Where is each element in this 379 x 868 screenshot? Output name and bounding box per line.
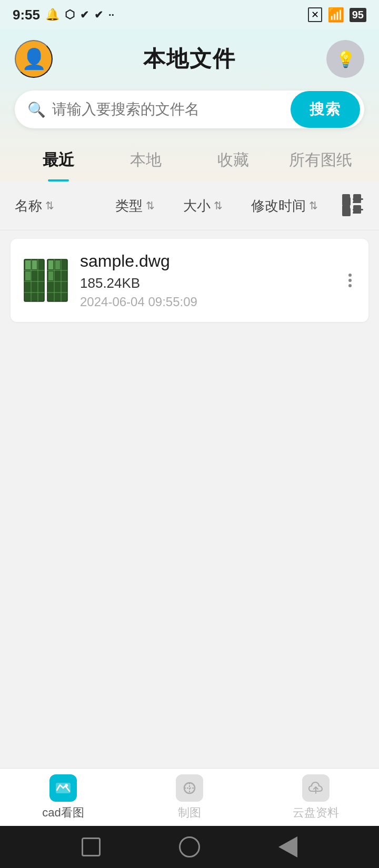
status-time: 9:55 🔔 ⬡ ✔ ✔ ·· [13, 7, 114, 23]
wifi-icon: 📶 [327, 7, 344, 23]
sort-name-icon: ⇅ [45, 199, 54, 212]
dot-3 [348, 284, 352, 287]
col-type-header[interactable]: 类型 ⇅ [115, 197, 183, 215]
search-button[interactable]: 搜索 [291, 91, 360, 128]
svg-rect-8 [342, 208, 351, 216]
dot-1 [348, 274, 352, 277]
empty-space [0, 552, 379, 768]
svg-rect-5 [342, 197, 351, 206]
dots-icon: ·· [108, 9, 114, 21]
nav-item-cloud[interactable]: 云盘资料 [253, 769, 379, 826]
file-info: sample.dwg 185.24KB 2024-06-04 09:55:09 [80, 251, 334, 309]
android-nav [0, 826, 379, 868]
content-area: 名称 ⇅ 类型 ⇅ 大小 ⇅ 修改时间 ⇅ [0, 181, 379, 552]
svg-rect-26 [48, 260, 53, 269]
col-size-header[interactable]: 大小 ⇅ [183, 197, 251, 215]
column-headers: 名称 ⇅ 类型 ⇅ 大小 ⇅ 修改时间 ⇅ [0, 181, 379, 230]
col-date-header[interactable]: 修改时间 ⇅ [251, 197, 341, 215]
nav-label-draw: 制图 [178, 805, 201, 821]
tabs: 最近 本地 收藏 所有图纸 [15, 141, 364, 181]
sort-date-icon: ⇅ [309, 199, 318, 212]
file-thumbnail [23, 257, 69, 304]
file-more-button[interactable] [344, 269, 356, 291]
search-input[interactable] [52, 101, 291, 118]
tab-recent[interactable]: 最近 [15, 141, 102, 181]
settings-icon: 💡 [336, 50, 355, 68]
check-icon: ✔ [80, 8, 89, 21]
status-bar: 9:55 🔔 ⬡ ✔ ✔ ·· ✕ 📶 95 [0, 0, 379, 29]
nav-label-cad: cad看图 [42, 805, 84, 821]
dot-2 [348, 279, 352, 282]
search-bar: 🔍 搜索 [15, 90, 364, 128]
nav-item-cad[interactable]: cad看图 [0, 769, 126, 826]
svg-rect-28 [48, 271, 53, 280]
file-list: sample.dwg 185.24KB 2024-06-04 09:55:09 [0, 230, 379, 337]
avatar-button[interactable]: 👤 [15, 40, 53, 78]
header: 👤 本地文件 💡 🔍 搜索 最近 本地 收藏 所有图纸 [0, 29, 379, 181]
file-name: sample.dwg [80, 251, 334, 271]
header-top: 👤 本地文件 💡 [15, 40, 364, 78]
android-home-button[interactable] [179, 836, 200, 857]
svg-rect-10 [353, 212, 361, 214]
svg-rect-18 [32, 260, 37, 269]
tab-local[interactable]: 本地 [102, 141, 190, 181]
check2-icon: ✔ [94, 8, 103, 21]
cloud-icon: ⬡ [65, 8, 75, 22]
status-right: ✕ 📶 95 [308, 7, 366, 23]
svg-rect-19 [25, 271, 31, 280]
sort-type-icon: ⇅ [146, 199, 155, 212]
tab-all[interactable]: 所有图纸 [277, 141, 364, 181]
svg-rect-6 [353, 198, 363, 200]
svg-rect-1 [353, 194, 361, 202]
android-back-button[interactable] [278, 836, 297, 857]
svg-rect-7 [353, 201, 361, 203]
page-title: 本地文件 [143, 44, 236, 74]
file-size: 185.24KB [80, 275, 334, 291]
nav-label-cloud: 云盘资料 [293, 805, 339, 821]
cloud-nav-icon [302, 774, 330, 802]
col-name-header[interactable]: 名称 ⇅ [15, 197, 105, 215]
view-toggle-button[interactable] [341, 193, 364, 218]
settings-button[interactable]: 💡 [326, 40, 364, 78]
search-icon: 🔍 [27, 101, 46, 118]
alarm-icon: 🔔 [45, 8, 59, 22]
file-date: 2024-06-04 09:55:09 [80, 295, 334, 309]
battery-indicator: 95 [350, 8, 366, 22]
nav-item-draw[interactable]: 制图 [126, 769, 253, 826]
cad-icon [49, 774, 77, 802]
svg-rect-27 [55, 260, 60, 269]
android-square-button[interactable] [82, 837, 101, 856]
svg-rect-17 [25, 260, 31, 269]
svg-rect-9 [353, 209, 363, 210]
svg-point-30 [65, 784, 68, 787]
tab-favorites[interactable]: 收藏 [190, 141, 277, 181]
sort-size-icon: ⇅ [214, 199, 223, 212]
draw-icon [176, 774, 203, 802]
time-text: 9:55 [13, 7, 40, 23]
avatar-icon: 👤 [22, 47, 46, 70]
table-row[interactable]: sample.dwg 185.24KB 2024-06-04 09:55:09 [11, 239, 368, 322]
bottom-nav: cad看图 制图 云盘资料 [0, 768, 379, 826]
sim-icon: ✕ [308, 7, 322, 22]
